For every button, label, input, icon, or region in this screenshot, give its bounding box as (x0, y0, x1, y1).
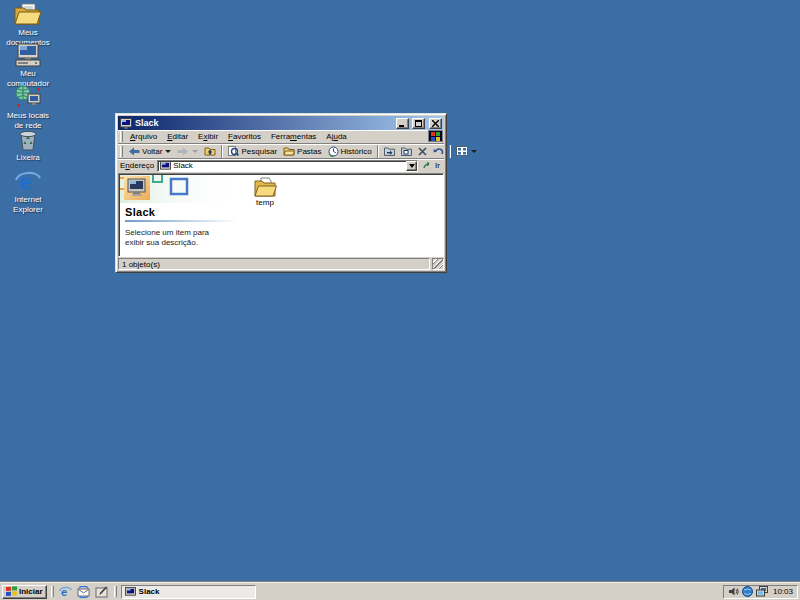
webview-folder-title: Slack (125, 206, 155, 218)
ie-throbber (428, 130, 443, 142)
window-title: Slack (135, 118, 393, 128)
volume-icon[interactable] (728, 586, 739, 597)
back-button[interactable]: Voltar (125, 146, 174, 157)
views-icon (456, 146, 468, 156)
tray-network-icon[interactable] (756, 586, 768, 597)
system-tray: 10:03 (723, 585, 798, 599)
windows-logo-icon (431, 132, 440, 141)
show-desktop-icon (95, 586, 108, 598)
window-icon (125, 587, 136, 597)
desktop-icon-meu-computador[interactable]: Meu computador (2, 43, 54, 88)
views-button[interactable] (453, 145, 480, 157)
outlook-express-icon (77, 586, 90, 598)
webview-description: Selecione um item para exibir sua descri… (125, 228, 229, 249)
go-button[interactable]: Ir (421, 161, 442, 170)
minimize-button[interactable] (396, 118, 409, 129)
taskband-grip[interactable] (114, 586, 117, 597)
desktop-icon-meus-locais-de-rede[interactable]: Meus locais de rede (2, 85, 54, 130)
webview-separator (125, 220, 237, 222)
menu-ferramentas[interactable]: Ferramentas (266, 131, 321, 142)
up-icon (204, 146, 216, 156)
maximize-button[interactable] (412, 118, 425, 129)
history-icon (328, 146, 339, 157)
close-button[interactable] (429, 118, 442, 129)
address-combo[interactable]: Slack (157, 160, 418, 172)
back-icon (128, 147, 140, 156)
delete-button[interactable] (415, 146, 430, 157)
desktop-icon-internet-explorer[interactable]: e Internet Explorer (2, 169, 54, 214)
menu-arquivo[interactable]: Arquivo (125, 131, 162, 142)
chevron-down-icon (409, 164, 415, 168)
forward-button[interactable] (174, 146, 201, 157)
history-button[interactable]: Histórico (325, 145, 375, 158)
desktop-icon-label: Meus locais de rede (2, 111, 54, 130)
network-places-icon (14, 85, 42, 109)
menubar-grip[interactable] (120, 131, 123, 142)
desktop-icon-meus-documentos[interactable]: Meus documentos (2, 2, 54, 47)
address-dropdown-button[interactable] (406, 161, 417, 171)
quicklaunch-internet-explorer[interactable]: e (58, 585, 74, 599)
move-to-icon (384, 146, 395, 156)
folders-button[interactable]: Pastas (280, 145, 324, 157)
windows-logo-icon (6, 586, 17, 597)
task-button-label: Slack (139, 587, 160, 596)
close-icon (432, 120, 439, 127)
file-item-label: temp (256, 198, 274, 207)
copy-to-icon (401, 146, 412, 156)
internet-explorer-icon: e (59, 585, 72, 598)
my-documents-icon (13, 2, 43, 26)
search-button[interactable]: Pesquisar (225, 145, 280, 158)
desktop: { "colors": { "desktop": "#3A6EA5", "chr… (0, 0, 800, 600)
go-icon (423, 161, 433, 170)
move-to-button[interactable] (381, 145, 398, 157)
desktop-icon-label: Internet Explorer (2, 195, 54, 214)
copy-to-button[interactable] (398, 145, 415, 157)
window-icon (120, 118, 132, 129)
menu-exibir[interactable]: Exibir (193, 131, 223, 142)
start-button[interactable]: Iniciar (2, 585, 47, 599)
titlebar[interactable]: Slack (118, 116, 444, 130)
menu-ajuda[interactable]: Ajuda (321, 131, 351, 142)
internet-explorer-icon: e (15, 169, 41, 193)
menu-favoritos[interactable]: Favoritos (223, 131, 266, 142)
content-area[interactable]: Slack Selecione um item para exibir sua … (118, 173, 444, 257)
status-bar: 1 objeto(s) (118, 258, 444, 270)
file-item-temp[interactable]: temp (241, 177, 289, 207)
address-value: Slack (173, 161, 193, 170)
delete-icon (418, 147, 427, 156)
minimize-icon (399, 120, 406, 127)
my-computer-icon (14, 43, 42, 67)
address-label: Endereço (120, 161, 154, 170)
explorer-window: Slack Arquivo Editar Exibir Favoritos Fe… (115, 113, 447, 273)
address-location-icon (160, 161, 171, 171)
views-dropdown-icon[interactable] (471, 150, 477, 153)
recycle-bin-icon (17, 129, 39, 151)
desktop-icon-lixeira[interactable]: Lixeira (2, 129, 54, 163)
desktop-icon-label: Lixeira (16, 153, 40, 163)
undo-icon (433, 147, 444, 156)
folder-icon (253, 177, 277, 197)
folders-icon (283, 146, 295, 156)
tray-clock[interactable]: 10:03 (771, 587, 793, 596)
undo-button[interactable] (430, 146, 447, 157)
tray-update-globe-icon[interactable] (742, 586, 753, 597)
menu-editar[interactable]: Editar (162, 131, 193, 142)
toolbar-grip[interactable] (120, 146, 123, 157)
toolbar: Voltar Pesquisar (118, 143, 444, 158)
webview-banner-art (120, 175, 245, 203)
quicklaunch-grip[interactable] (51, 586, 54, 597)
forward-dropdown-icon (192, 150, 198, 153)
up-button[interactable] (201, 145, 219, 157)
menubar: Arquivo Editar Exibir Favoritos Ferramen… (118, 130, 444, 143)
forward-icon (177, 147, 189, 156)
resize-grip[interactable] (432, 258, 444, 270)
maximize-icon (415, 120, 422, 127)
task-button-slack[interactable]: Slack (121, 585, 256, 599)
taskbar: Iniciar e Slack (0, 582, 800, 600)
quicklaunch-show-desktop[interactable] (94, 585, 110, 599)
search-icon (228, 146, 239, 157)
back-dropdown-icon[interactable] (165, 150, 171, 153)
quicklaunch-outlook-express[interactable] (76, 585, 92, 599)
status-text: 1 objeto(s) (118, 258, 430, 270)
address-bar: Endereço Slack Ir (118, 158, 444, 172)
